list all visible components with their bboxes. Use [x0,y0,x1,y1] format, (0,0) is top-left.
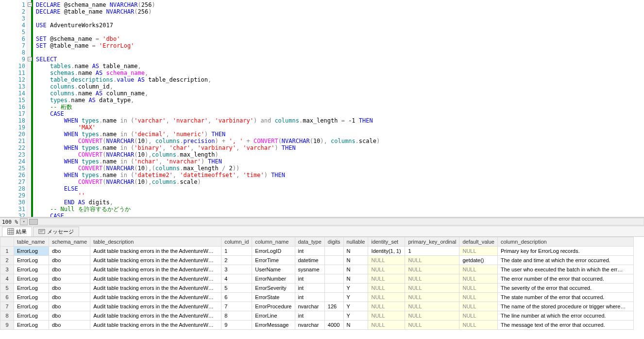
cell[interactable]: 8 [221,311,252,321]
cell[interactable]: 1 [405,247,459,256]
cell[interactable]: NULL [459,274,497,284]
row-number[interactable]: 6 [0,293,14,302]
column-header[interactable]: column_id [221,237,252,247]
column-header[interactable]: table_name [14,237,49,247]
row-number[interactable]: 9 [0,321,14,330]
cell[interactable]: The user who executed the batch in which… [497,265,633,274]
row-number[interactable]: 4 [0,274,14,284]
column-header[interactable]: nullable [343,237,368,247]
column-header[interactable]: column_description [497,237,633,247]
cell[interactable]: NULL [405,311,459,321]
tab-results[interactable]: 結果 [2,227,32,236]
cell[interactable]: ErrorNumber [252,274,295,284]
column-header[interactable]: data_type [295,237,324,247]
cell[interactable]: ErrorSeverity [252,284,295,293]
cell[interactable]: NULL [459,311,497,321]
cell[interactable]: NULL [459,293,497,302]
cell[interactable]: ErrorLog [14,274,49,284]
cell[interactable]: N [343,274,368,284]
code-line[interactable]: CASE [36,213,644,217]
cell[interactable]: Audit table tracking errors in the the A… [90,321,221,330]
tab-messages[interactable]: メッセージ [33,227,79,236]
table-row[interactable]: 3ErrorLogdboAudit table tracking errors … [0,265,634,274]
cell[interactable]: dbo [49,321,90,330]
cell[interactable]: dbo [49,265,90,274]
code-line[interactable]: '' [36,192,644,199]
code-line[interactable]: -- Null を許容するかどうか [36,206,644,213]
cell[interactable]: The line number at which the error occur… [497,311,633,321]
cell[interactable]: Audit table tracking errors in the the A… [90,311,221,321]
cell[interactable]: 6 [221,293,252,302]
hscroll-track[interactable] [29,218,644,225]
code-line[interactable]: DECLARE @schema_name NVARCHAR(256) [36,1,644,8]
cell[interactable] [324,256,343,265]
cell[interactable]: NULL [368,293,405,302]
cell[interactable]: NULL [368,274,405,284]
table-row[interactable]: 5ErrorLogdboAudit table tracking errors … [0,284,634,293]
cell[interactable]: NULL [459,302,497,311]
cell[interactable] [324,284,343,293]
code-line[interactable]: CONVERT(NVARCHAR(10),columns.max_length) [36,151,644,158]
table-row[interactable]: 7ErrorLogdboAudit table tracking errors … [0,302,634,311]
cell[interactable]: NULL [405,256,459,265]
code-line[interactable]: ELSE [36,185,644,192]
column-header[interactable]: column_name [252,237,295,247]
cell[interactable]: nvarchar [295,321,324,330]
cell[interactable]: NULL [368,321,405,330]
cell[interactable]: N [343,247,368,256]
cell[interactable]: NULL [459,284,497,293]
code-area[interactable]: DECLARE @schema_name NVARCHAR(256)DECLAR… [33,0,644,217]
cell[interactable]: NULL [368,265,405,274]
code-line[interactable]: types.name AS data_type, [36,97,644,104]
cell[interactable]: Audit table tracking errors in the the A… [90,274,221,284]
code-line[interactable] [36,15,644,22]
cell[interactable]: ErrorProcedure [252,302,295,311]
table-row[interactable]: 8ErrorLogdboAudit table tracking errors … [0,311,634,321]
cell[interactable]: Audit table tracking errors in the the A… [90,293,221,302]
cell[interactable]: The state number of the error that occur… [497,293,633,302]
cell[interactable]: dbo [49,274,90,284]
cell[interactable]: dbo [49,302,90,311]
code-line[interactable]: WHEN types.name in ('datetime2', 'dateti… [36,172,644,178]
cell[interactable]: NULL [405,321,459,330]
fold-column[interactable]: −− [27,0,33,217]
cell[interactable]: ErrorLog [14,265,49,274]
cell[interactable]: NULL [368,302,405,311]
row-header-corner[interactable] [0,237,14,247]
cell[interactable]: NULL [368,284,405,293]
cell[interactable] [324,311,343,321]
cell[interactable]: dbo [49,256,90,265]
cell[interactable]: N [343,265,368,274]
cell[interactable]: Y [343,311,368,321]
cell[interactable]: dbo [49,311,90,321]
cell[interactable]: 7 [221,302,252,311]
cell[interactable]: 2 [221,256,252,265]
table-row[interactable]: 2ErrorLogdboAudit table tracking errors … [0,256,634,265]
column-header[interactable]: primary_key_ordinal [405,237,459,247]
code-line[interactable]: WHEN types.name in ('binary', 'char', 'v… [36,144,644,151]
cell[interactable]: 5 [221,284,252,293]
cell[interactable]: NULL [405,302,459,311]
cell[interactable]: dbo [49,247,90,256]
cell[interactable]: ErrorTime [252,256,295,265]
cell[interactable]: 1 [221,247,252,256]
cell[interactable]: N [343,256,368,265]
sql-editor[interactable]: 1234567891011121314151617181920212223242… [0,0,644,217]
column-header[interactable]: identity_set [368,237,405,247]
cell[interactable]: 126 [324,302,343,311]
cell[interactable]: ErrorLog [14,311,49,321]
cell[interactable]: int [295,274,324,284]
code-line[interactable]: SET @table_name = 'ErrorLog' [36,42,644,49]
cell[interactable]: Y [343,284,368,293]
row-number[interactable]: 1 [0,247,14,256]
row-number[interactable]: 8 [0,311,14,321]
code-line[interactable]: WHEN types.name in ('nchar', 'nvarchar')… [36,158,644,165]
cell[interactable]: N [343,321,368,330]
cell[interactable]: The severity of the error that occurred. [497,284,633,293]
cell[interactable] [324,265,343,274]
cell[interactable]: ErrorLog [14,302,49,311]
cell[interactable]: The error number of the error that occur… [497,274,633,284]
cell[interactable]: ErrorMessage [252,321,295,330]
code-line[interactable]: SELECT [36,56,644,63]
results-grid-wrap[interactable]: table_nameschema_nametable_descriptionco… [0,237,644,339]
